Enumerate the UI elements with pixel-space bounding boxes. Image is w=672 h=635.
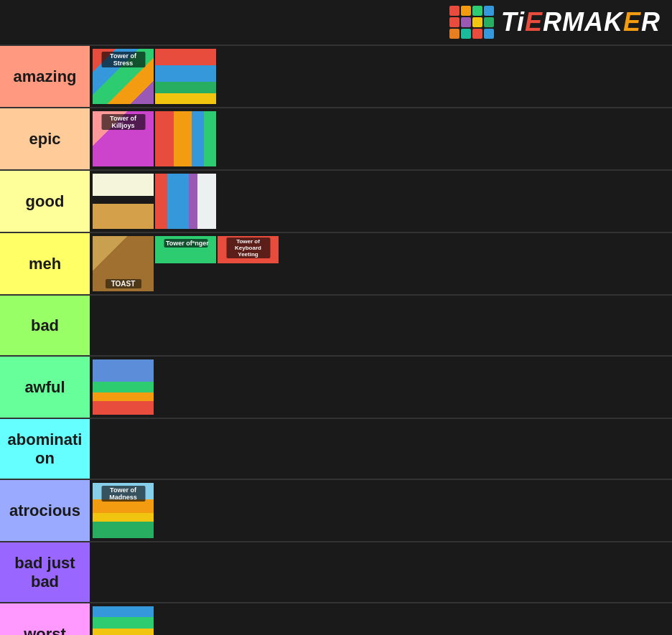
tiermaker-logo: TiERMAKER (449, 6, 661, 39)
logo-cell (449, 6, 459, 16)
tier-items-meh: TOAST (90, 233, 672, 294)
header: TiERMAKER (0, 0, 672, 46)
item-image-tower-of-madness (93, 483, 154, 538)
tier-row-bad: bad (0, 296, 672, 357)
tier-items-awful (90, 357, 672, 418)
tier-item-awful-tower[interactable] (93, 359, 154, 415)
tier-label-bad-just-bad: bad just bad (0, 542, 90, 602)
tier-items-abomination (90, 419, 672, 479)
tier-item-tower-of-keyboard[interactable] (218, 236, 279, 291)
tier-items-bad (90, 296, 672, 355)
tier-items-bad-just-bad (90, 542, 672, 602)
tier-row-amazing: amazing (0, 46, 672, 108)
tier-item-good1[interactable] (93, 174, 154, 229)
tier-items-good (90, 171, 672, 232)
logo-cell (461, 6, 471, 16)
tier-row-awful: awful (0, 357, 672, 419)
tier-item-tower-of-anger[interactable] (155, 236, 216, 291)
logo-grid (449, 6, 494, 39)
tier-label-worst: worst (0, 603, 90, 635)
item-image-tower-of-stress (93, 49, 154, 104)
logo-cell (484, 29, 494, 39)
item-image-worst-tower (93, 606, 154, 635)
tier-item-amazing-second[interactable] (155, 49, 216, 104)
tier-item-good2[interactable] (155, 174, 216, 229)
tier-row-good: good (0, 171, 672, 233)
item-image-toast: TOAST (93, 236, 154, 291)
tier-items-epic (90, 108, 672, 169)
tier-item-tower-of-stress[interactable] (93, 49, 154, 104)
tier-item-worst-tower[interactable] (93, 606, 154, 635)
tier-label-abomination: abomination (0, 419, 90, 479)
tier-label-awful: awful (0, 357, 90, 418)
tier-label-amazing: amazing (0, 46, 90, 107)
tier-label-bad: bad (0, 296, 90, 355)
logo-cell (449, 17, 459, 27)
logo-cell (449, 29, 459, 39)
tier-item-epic-second[interactable] (155, 111, 216, 166)
logo-cell (472, 17, 482, 27)
logo-cell (461, 29, 471, 39)
tier-label-epic: epic (0, 108, 90, 169)
tier-row-atrocious: atrocious (0, 480, 672, 542)
tier-row-epic: epic (0, 108, 672, 171)
item-image-tower-of-killjoys (93, 111, 154, 166)
tier-item-toast[interactable]: TOAST (93, 236, 154, 291)
item-image-tower-of-keyboard (218, 236, 279, 291)
tier-label-meh: meh (0, 233, 90, 294)
tier-row-meh: mehTOAST (0, 233, 672, 296)
tier-row-worst: worst (0, 603, 672, 635)
tier-items-atrocious (90, 480, 672, 541)
tier-label-good: good (0, 171, 90, 232)
tier-items-amazing (90, 46, 672, 107)
item-image-epic-second (155, 111, 216, 166)
tier-item-tower-of-madness[interactable] (93, 483, 154, 538)
logo-cell (461, 17, 471, 27)
tiers-container: amazingepicgoodmehTOASTbadawfulabominati… (0, 46, 672, 635)
item-image-good1 (93, 174, 154, 229)
tier-label-atrocious: atrocious (0, 480, 90, 541)
logo-cell (472, 29, 482, 39)
tier-row-abomination: abomination (0, 419, 672, 480)
item-image-awful-tower (93, 359, 154, 415)
logo-cell (472, 6, 482, 16)
item-image-amazing-second (155, 49, 216, 104)
logo-cell (484, 17, 494, 27)
item-image-good2 (155, 174, 216, 229)
logo-cell (484, 6, 494, 16)
logo-text: TiERMAKER (501, 7, 661, 37)
tier-row-bad-just-bad: bad just bad (0, 542, 672, 603)
tier-item-tower-of-killjoys[interactable] (93, 111, 154, 166)
toast-label: TOAST (106, 279, 141, 288)
tier-list: TiERMAKER amazingepicgoodmehTOASTbadawfu… (0, 0, 672, 635)
tier-items-worst (90, 603, 672, 635)
item-image-tower-of-anger (155, 236, 216, 291)
